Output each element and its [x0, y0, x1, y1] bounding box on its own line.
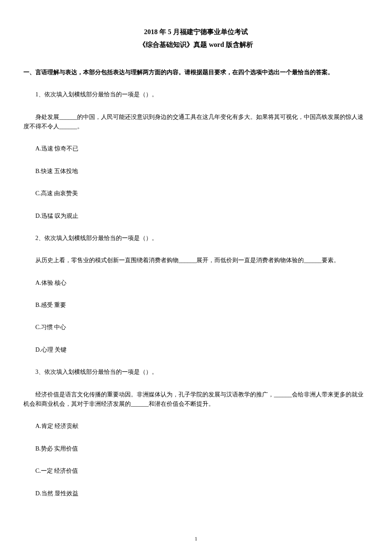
q2-stem: 2、依次填入划横线部分最恰当的一项是（）。	[23, 234, 369, 243]
q1-option-d: D.迅猛 叹为观止	[23, 211, 369, 221]
title-line-1: 2018 年 5 月福建宁德事业单位考试	[23, 26, 369, 38]
q2-passage: 从历史上看，零售业的模式创新一直围绕着消费者购物______展开，而低价则一直是…	[23, 256, 369, 265]
document-title-block: 2018 年 5 月福建宁德事业单位考试 《综合基础知识》真题 word 版含解…	[23, 26, 369, 52]
q1-passage: 身处发展______的中国，人民可能还没意识到身边的交通工具在这几年变化有多大。…	[23, 113, 369, 132]
q3-passage: 经济价值是语言文化传播的重要动因。非洲媒体认为，孔子学院的发展与汉语教学的推广，…	[23, 390, 369, 409]
q2-option-d: D.心理 关键	[23, 345, 369, 355]
q2-option-b: B.感受 重要	[23, 301, 369, 310]
q2-option-a: A.体验 核心	[23, 278, 369, 288]
q2-option-c: C.习惯 中心	[23, 323, 369, 332]
q1-option-b: B.快速 五体投地	[23, 167, 369, 176]
q3-option-d: D.当然 显性效益	[23, 489, 369, 498]
q1-stem: 1、依次填入划横线部分最恰当的一项是（）。	[23, 90, 369, 99]
title-line-2: 《综合基础知识》真题 word 版含解析	[23, 38, 369, 51]
q3-option-b: B.势必 实用价值	[23, 444, 369, 454]
page-number: 1	[0, 535, 392, 543]
q3-option-a: A.肯定 经济贡献	[23, 422, 369, 431]
section-heading: 一、言语理解与表达，本部分包括表达与理解两方面的内容。请根据题目要求，在四个选项…	[23, 68, 369, 77]
q1-option-c: C.高速 由衷赞美	[23, 189, 369, 198]
q3-option-c: C.一定 经济价值	[23, 466, 369, 476]
q1-option-a: A.迅速 惊奇不已	[23, 144, 369, 153]
q3-stem: 3、依次填入划横线部分最恰当的一项是（）。	[23, 367, 369, 377]
